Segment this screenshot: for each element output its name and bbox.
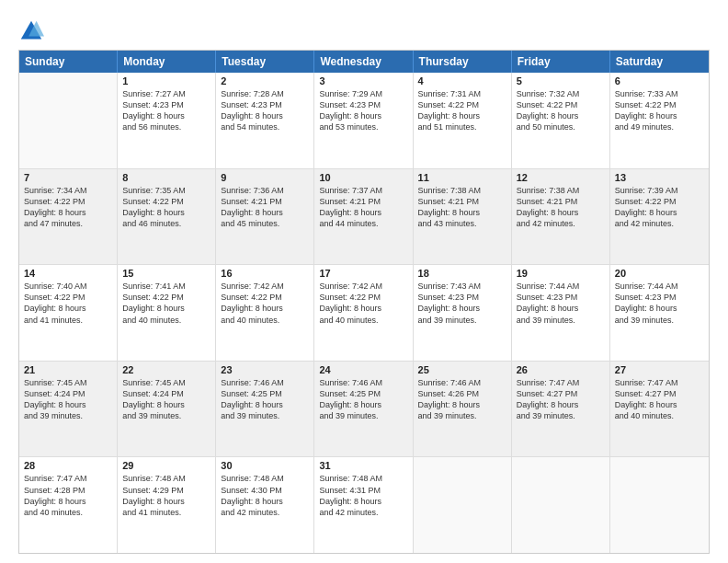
cell-line: Sunrise: 7:34 AM: [24, 185, 112, 196]
cell-line: and 47 minutes.: [24, 218, 112, 229]
cell-line: and 43 minutes.: [418, 218, 506, 229]
cell-line: Sunrise: 7:42 AM: [221, 281, 309, 292]
cell-line: Sunset: 4:22 PM: [517, 99, 605, 110]
day-number: 21: [24, 364, 112, 375]
cal-cell-r4-c0: 28Sunrise: 7:47 AMSunset: 4:28 PMDayligh…: [19, 457, 118, 553]
header-cell-saturday: Saturday: [610, 51, 709, 73]
cell-line: Sunrise: 7:45 AM: [24, 377, 112, 388]
cell-line: Sunrise: 7:28 AM: [221, 88, 309, 99]
cell-line: Daylight: 8 hours: [24, 207, 112, 218]
cal-cell-r4-c4: [414, 457, 512, 553]
day-number: 30: [221, 460, 309, 471]
calendar: SundayMondayTuesdayWednesdayThursdayFrid…: [18, 50, 710, 554]
cell-line: Sunset: 4:22 PM: [615, 196, 704, 207]
day-number: 3: [319, 75, 407, 86]
day-number: 26: [517, 364, 605, 375]
day-number: 24: [319, 364, 407, 375]
cal-cell-r3-c2: 23Sunrise: 7:46 AMSunset: 4:25 PMDayligh…: [216, 362, 314, 457]
cell-line: Sunrise: 7:47 AM: [517, 377, 605, 388]
cell-line: Sunset: 4:24 PM: [24, 388, 112, 399]
calendar-row-4: 21Sunrise: 7:45 AMSunset: 4:24 PMDayligh…: [19, 362, 709, 458]
cell-line: Sunset: 4:22 PM: [24, 292, 112, 303]
cell-line: Daylight: 8 hours: [615, 399, 704, 410]
cell-line: Daylight: 8 hours: [615, 207, 704, 218]
cell-line: and 56 minutes.: [122, 121, 210, 132]
cal-cell-r2-c6: 20Sunrise: 7:44 AMSunset: 4:23 PMDayligh…: [610, 265, 709, 361]
cell-line: Sunset: 4:29 PM: [122, 485, 210, 496]
cell-line: Daylight: 8 hours: [418, 303, 506, 314]
cell-line: Daylight: 8 hours: [418, 399, 506, 410]
cell-line: Sunset: 4:24 PM: [122, 388, 210, 399]
day-number: 19: [517, 268, 605, 279]
cal-cell-r0-c3: 3Sunrise: 7:29 AMSunset: 4:23 PMDaylight…: [314, 73, 413, 168]
cell-line: Sunset: 4:30 PM: [221, 485, 309, 496]
cell-line: and 51 minutes.: [418, 121, 506, 132]
cal-cell-r0-c5: 5Sunrise: 7:32 AMSunset: 4:22 PMDaylight…: [512, 73, 610, 168]
cell-line: Sunset: 4:22 PM: [221, 292, 309, 303]
cal-cell-r1-c5: 12Sunrise: 7:38 AMSunset: 4:21 PMDayligh…: [512, 169, 610, 265]
cal-cell-r2-c0: 14Sunrise: 7:40 AMSunset: 4:22 PMDayligh…: [19, 265, 118, 361]
cell-line: and 46 minutes.: [122, 218, 210, 229]
cal-cell-r4-c2: 30Sunrise: 7:48 AMSunset: 4:30 PMDayligh…: [216, 457, 314, 553]
cell-line: and 39 minutes.: [319, 410, 407, 421]
cell-line: Daylight: 8 hours: [221, 496, 309, 507]
cell-line: and 49 minutes.: [615, 121, 704, 132]
cell-line: and 39 minutes.: [221, 410, 309, 421]
cell-line: Sunrise: 7:29 AM: [319, 88, 407, 99]
cell-line: Sunset: 4:23 PM: [319, 99, 407, 110]
cal-cell-r4-c1: 29Sunrise: 7:48 AMSunset: 4:29 PMDayligh…: [118, 457, 216, 553]
cal-cell-r0-c6: 6Sunrise: 7:33 AMSunset: 4:22 PMDaylight…: [610, 73, 709, 168]
day-number: 25: [418, 364, 506, 375]
cell-line: Sunrise: 7:48 AM: [221, 473, 309, 484]
cell-line: Sunrise: 7:33 AM: [615, 88, 704, 99]
cal-cell-r3-c6: 27Sunrise: 7:47 AMSunset: 4:27 PMDayligh…: [610, 362, 709, 457]
cell-line: Sunrise: 7:40 AM: [24, 281, 112, 292]
logo: [18, 18, 48, 44]
cell-line: Sunset: 4:31 PM: [319, 485, 407, 496]
cell-line: Daylight: 8 hours: [122, 207, 210, 218]
calendar-row-1: 1Sunrise: 7:27 AMSunset: 4:23 PMDaylight…: [19, 73, 709, 169]
cell-line: and 53 minutes.: [319, 121, 407, 132]
cell-line: Sunrise: 7:45 AM: [122, 377, 210, 388]
cell-line: Daylight: 8 hours: [221, 207, 309, 218]
day-number: 4: [418, 75, 506, 86]
cal-cell-r1-c1: 8Sunrise: 7:35 AMSunset: 4:22 PMDaylight…: [118, 169, 216, 265]
cal-cell-r0-c1: 1Sunrise: 7:27 AMSunset: 4:23 PMDaylight…: [118, 73, 216, 168]
header-cell-wednesday: Wednesday: [314, 51, 413, 73]
cell-line: Sunset: 4:22 PM: [615, 99, 704, 110]
cell-line: Sunrise: 7:44 AM: [615, 281, 704, 292]
header-cell-thursday: Thursday: [414, 51, 512, 73]
cell-line: Daylight: 8 hours: [24, 496, 112, 507]
cal-cell-r1-c4: 11Sunrise: 7:38 AMSunset: 4:21 PMDayligh…: [414, 169, 512, 265]
cal-cell-r4-c6: [610, 457, 709, 553]
cell-line: Sunrise: 7:48 AM: [319, 473, 407, 484]
cell-line: Sunset: 4:23 PM: [122, 99, 210, 110]
day-number: 12: [517, 172, 605, 183]
cell-line: Daylight: 8 hours: [221, 303, 309, 314]
day-number: 5: [517, 75, 605, 86]
cell-line: Sunrise: 7:36 AM: [221, 185, 309, 196]
cell-line: Daylight: 8 hours: [221, 399, 309, 410]
day-number: 28: [24, 460, 112, 471]
cell-line: Daylight: 8 hours: [221, 110, 309, 121]
cell-line: and 50 minutes.: [517, 121, 605, 132]
cell-line: Sunrise: 7:38 AM: [517, 185, 605, 196]
cell-line: Sunset: 4:25 PM: [319, 388, 407, 399]
day-number: 29: [122, 460, 210, 471]
cell-line: Sunset: 4:23 PM: [418, 292, 506, 303]
cell-line: Daylight: 8 hours: [122, 399, 210, 410]
cell-line: and 39 minutes.: [418, 410, 506, 421]
cell-line: Daylight: 8 hours: [418, 207, 506, 218]
cell-line: Daylight: 8 hours: [517, 399, 605, 410]
calendar-row-2: 7Sunrise: 7:34 AMSunset: 4:22 PMDaylight…: [19, 169, 709, 266]
cell-line: Sunrise: 7:46 AM: [319, 377, 407, 388]
cell-line: Daylight: 8 hours: [615, 110, 704, 121]
day-number: 17: [319, 268, 407, 279]
cell-line: Sunrise: 7:47 AM: [615, 377, 704, 388]
cal-cell-r2-c4: 18Sunrise: 7:43 AMSunset: 4:23 PMDayligh…: [414, 265, 512, 361]
cell-line: Sunset: 4:21 PM: [221, 196, 309, 207]
cell-line: and 42 minutes.: [517, 218, 605, 229]
cell-line: Sunrise: 7:27 AM: [122, 88, 210, 99]
calendar-row-3: 14Sunrise: 7:40 AMSunset: 4:22 PMDayligh…: [19, 265, 709, 362]
cal-cell-r2-c2: 16Sunrise: 7:42 AMSunset: 4:22 PMDayligh…: [216, 265, 314, 361]
